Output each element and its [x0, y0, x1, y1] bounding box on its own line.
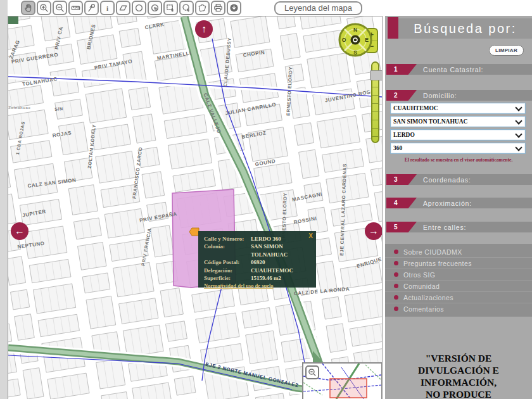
- popup-row: Delegación:CUAUHTEMOC: [204, 267, 311, 274]
- disclaimer-line: DIVULGACIÓN E: [385, 364, 532, 376]
- ciudadmx-app: i Leyenda del mapa ZARAGPRIV CA: [0, 0, 532, 399]
- section-number: 3: [386, 174, 417, 185]
- chevron-down-icon: [515, 104, 522, 111]
- overview-map[interactable]: [302, 362, 383, 399]
- zoom-out-tool-button[interactable]: [53, 1, 67, 15]
- bullet-icon: [394, 261, 398, 265]
- disclaimer-text: "VERSIÓN DEDIVULGACIÓN EINFORMACIÓN,NO P…: [385, 352, 532, 399]
- link-label: Otros SIG: [403, 271, 435, 279]
- clear-graphics-tool-button[interactable]: [116, 1, 130, 15]
- zoom-slider-handle[interactable]: [370, 70, 383, 80]
- sidebar-link-comentarios[interactable]: Comentarios: [385, 303, 532, 314]
- street-label: S/N: [54, 106, 63, 111]
- close-icon[interactable]: X: [308, 232, 313, 239]
- popup-field-label: Delegación:: [204, 267, 251, 274]
- zoomin-icon: [39, 3, 49, 13]
- select-value: LERDO: [393, 132, 415, 138]
- sidebar-link-preguntas-frecuentes[interactable]: Preguntas frecuentes: [385, 257, 532, 269]
- compass-e: E: [365, 37, 369, 43]
- section-label: Cuenta Catastral:: [423, 66, 483, 73]
- calle-select[interactable]: LERDO: [390, 129, 526, 141]
- overview-zoom-out-button[interactable]: [305, 365, 319, 379]
- select-circle-tool-button[interactable]: [132, 1, 146, 15]
- download-tool-button[interactable]: [227, 1, 241, 15]
- zoomout-icon: [55, 3, 65, 13]
- popup-row: Código Postal:06920: [204, 258, 311, 266]
- select-value: 360: [393, 145, 402, 151]
- compass-rose[interactable]: N E S O: [337, 22, 374, 58]
- extent-rectangle[interactable]: [330, 379, 367, 398]
- bullet-icon: [394, 272, 398, 277]
- bullet-icon: [394, 250, 398, 254]
- disclaimer-line: INFORMACIÓN,: [385, 376, 532, 388]
- popup-field-value: SAN SIMON TOLNAHUAC: [251, 243, 311, 258]
- legend-button[interactable]: Leyenda del mapa: [274, 1, 362, 15]
- tool-button-group: i: [21, 1, 243, 15]
- popup-row: Colonia:SAN SIMON TOLNAHUAC: [204, 243, 311, 258]
- popup-rows: Calle y Número:LERDO 360Colonia:SAN SIMO…: [204, 235, 311, 282]
- download-icon: [229, 3, 239, 13]
- sidebar-link-actualizaciones[interactable]: Actualizaciones: [385, 291, 532, 303]
- svg-text:i: i: [106, 4, 108, 12]
- select-value: SAN SIMON TOLNAHUAC: [393, 118, 467, 125]
- disclaimer-line: NO PRODUCE: [385, 388, 532, 399]
- section-number: 2: [386, 90, 417, 101]
- info-icon: i: [103, 3, 112, 13]
- section-label: Coordenadas:: [423, 176, 471, 184]
- map-canvas[interactable]: ZARAGPRIV CABRIONESCLARKMARTINELLICHOPIN…: [8, 16, 383, 399]
- section-number: 5: [386, 222, 417, 232]
- compass-o: O: [342, 37, 346, 43]
- buffer-tool-button[interactable]: [148, 1, 162, 15]
- section-cuenta-catastral[interactable]: 1 Cuenta Catastral:: [388, 64, 532, 75]
- sidebar-link-otros-sig[interactable]: Otros SIG: [385, 269, 532, 280]
- section-number: 4: [386, 198, 417, 208]
- select-polygon-tool-button[interactable]: [195, 1, 210, 15]
- zoom-in-tool-button[interactable]: [37, 1, 51, 15]
- section-label: Aproximación:: [423, 200, 472, 207]
- select-lasso-tool-button[interactable]: [179, 1, 194, 15]
- popup-field-label: Calle y Número:: [204, 235, 251, 243]
- pan-east-button[interactable]: →: [365, 222, 383, 240]
- sidebar-link-sobre-ciudadmx[interactable]: Sobre CIUDADMX: [385, 246, 532, 257]
- print-tool-button[interactable]: [211, 1, 225, 15]
- pan-tool-button[interactable]: [21, 1, 35, 15]
- print-icon: [213, 3, 223, 13]
- popup-field-label: Superficie:: [204, 274, 251, 282]
- popup-field-value: LERDO 360: [251, 235, 281, 243]
- delegacion-select[interactable]: CUAUHTEMOC: [390, 103, 526, 114]
- popup-field-label: Código Postal:: [204, 258, 251, 266]
- clear-button[interactable]: LIMPIAR: [489, 45, 524, 56]
- normatividad-link[interactable]: Normatividad del uso de suelo: [204, 282, 274, 289]
- chevron-down-icon: [515, 117, 522, 124]
- popup-row: Superficie:15159.46 m2: [204, 274, 311, 282]
- popup-field-value: 15159.46 m2: [251, 274, 281, 282]
- numero-select[interactable]: 360: [390, 142, 526, 154]
- polysel-icon: [198, 3, 207, 13]
- section-domicilio[interactable]: 2 Domicilio:: [388, 90, 532, 101]
- compass-s: S: [353, 49, 357, 56]
- identify-tool-button[interactable]: i: [100, 1, 115, 15]
- page-title: Búsqueda por:: [398, 18, 532, 39]
- section-coordenadas[interactable]: 3 Coordenadas:: [388, 174, 532, 185]
- section-entre-calles[interactable]: 5 Entre calles:: [388, 222, 532, 232]
- chevron-down-icon: [515, 144, 522, 151]
- title-accent-block: [388, 17, 398, 39]
- sidebar-title-row: Búsqueda por:: [385, 17, 532, 39]
- pan-north-button[interactable]: ↑: [195, 20, 213, 38]
- pin-icon: [87, 3, 96, 13]
- sidebar-link-comunidad[interactable]: Comunidad: [385, 280, 532, 291]
- section-aproximacion[interactable]: 4 Aproximación:: [388, 198, 532, 208]
- zoom-slider[interactable]: [371, 61, 379, 143]
- map-drawing: [8, 16, 382, 399]
- select-rectangle-tool-button[interactable]: [163, 1, 178, 15]
- pan-west-button[interactable]: ←: [11, 222, 28, 240]
- street-label: Tolnahuac: [9, 106, 31, 110]
- auto-result-note: El resultado se muestra en el visor auto…: [385, 157, 532, 163]
- pin-tool-button[interactable]: [84, 1, 99, 15]
- colonia-select[interactable]: SAN SIMON TOLNAHUAC: [390, 116, 526, 127]
- link-label: Comunidad: [403, 282, 440, 290]
- measure-tool-button[interactable]: [68, 1, 83, 15]
- section-label: Domicilio:: [423, 92, 457, 99]
- ruler-icon: [71, 3, 80, 13]
- search-sidebar: Búsqueda por: LIMPIAR 1 Cuenta Catastral…: [385, 16, 532, 399]
